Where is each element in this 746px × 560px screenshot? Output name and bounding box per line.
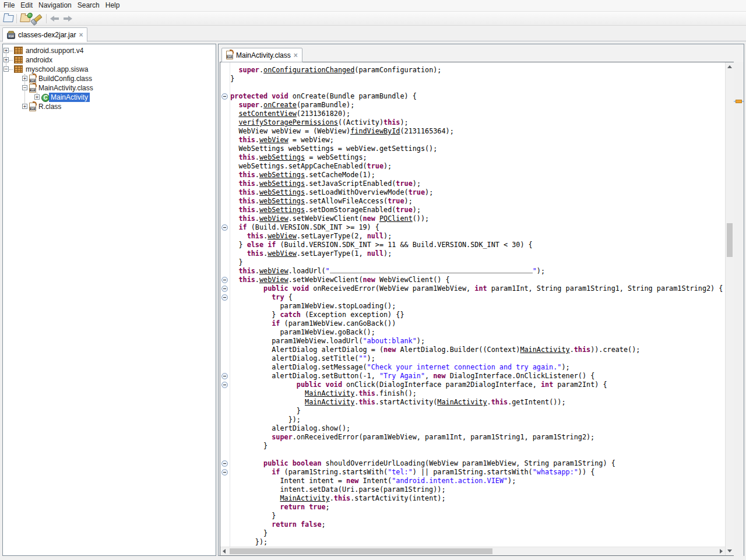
code-link[interactable]: MainActivity [280, 494, 329, 502]
menu-item-help[interactable]: Help [103, 0, 123, 11]
menu-item-edit[interactable]: Edit [17, 0, 36, 11]
code-link[interactable]: findViewById [350, 127, 400, 135]
fold-collapse-icon[interactable] [221, 373, 228, 379]
collapse-toggle-icon[interactable]: − [22, 85, 27, 90]
close-icon[interactable]: × [79, 31, 83, 38]
fold-collapse-icon[interactable] [221, 294, 228, 301]
code-link[interactable]: webSettings [259, 188, 305, 196]
tree-item-buildconfig-class[interactable]: +010BuildConfig.class [3, 74, 216, 83]
forward-button[interactable] [61, 13, 74, 24]
tree-connector [9, 69, 13, 70]
tab-mainactivity-class[interactable]: 010 MainActivity.class × [221, 48, 302, 62]
expand-toggle-icon[interactable]: + [22, 76, 27, 81]
code-link[interactable]: PQClient [379, 214, 413, 223]
scroll-right-arrow-icon[interactable] [716, 547, 725, 556]
code-link[interactable]: webSettings [259, 153, 305, 161]
fold-collapse-icon[interactable] [221, 469, 228, 476]
fold-collapse-icon[interactable] [221, 93, 228, 100]
tree-connector [9, 60, 13, 61]
scroll-left-arrow-icon[interactable] [220, 547, 229, 556]
search-button[interactable] [31, 13, 44, 24]
package-tree-panel[interactable]: +android.support.v4+androidx−myschool.ap… [2, 44, 216, 556]
open-folder-icon [3, 15, 14, 22]
tree-item-label: androidx [24, 55, 54, 65]
fold-collapse-icon[interactable] [221, 382, 228, 388]
code-line: param1WebView.goBack(); [222, 328, 375, 336]
vertical-scrollbar[interactable] [725, 62, 734, 555]
back-button[interactable] [48, 13, 61, 24]
horizontal-scroll-thumb[interactable] [230, 548, 492, 554]
code-link[interactable]: webView [268, 249, 297, 258]
code-link[interactable]: webView [259, 214, 288, 223]
code-link[interactable]: MainActivity [437, 398, 487, 406]
tab-label: MainActivity.class [236, 51, 291, 59]
code-editor[interactable]: super.onConfigurationChanged(paramConfig… [220, 62, 734, 556]
code-line: } catch (Exception exception) {} [222, 311, 404, 319]
code-link[interactable]: verifyStoragePermissions [238, 118, 337, 126]
tab-label: classes-dex2jar.jar [18, 31, 76, 39]
code-line: setContentView(2131361820); [222, 110, 350, 118]
code-line: this.webView.setWebViewClient(new PQClie… [222, 214, 429, 223]
code-line: WebView webView = (WebView)findViewById(… [222, 127, 454, 135]
code-line: return true; [222, 503, 330, 511]
expand-toggle-icon[interactable]: + [34, 94, 40, 100]
open-type-folder-icon [20, 15, 31, 22]
tree-item-label: android.support.v4 [24, 46, 85, 55]
code-link[interactable]: onCreate [263, 101, 297, 109]
code-line: this.webSettings.setCacheMode(1); [222, 171, 375, 179]
code-line: intent.setData(Uri.parse(param1String)); [222, 485, 446, 494]
tree-item-r-class[interactable]: +010R.class [3, 102, 216, 111]
code-content[interactable]: super.onConfigurationChanged(paramConfig… [222, 66, 724, 546]
tree-item-myschool-app-siswa[interactable]: −myschool.app.siswa [3, 65, 216, 74]
annotation-marker[interactable] [736, 100, 742, 103]
code-link[interactable]: webView [259, 276, 288, 284]
code-line: public void onClick(DialogInterface para… [222, 381, 607, 389]
code-link[interactable]: MainActivity [305, 389, 354, 397]
code-link[interactable]: MainActivity [305, 398, 354, 406]
scroll-up-arrow-icon[interactable] [725, 62, 734, 71]
code-link[interactable]: webView [259, 267, 288, 275]
tab-classes-dex2jar-jar[interactable]: 010 classes-dex2jar.jar × [2, 27, 87, 42]
menu-item-search[interactable]: Search [75, 0, 103, 11]
code-line: webSettings.setAppCacheEnabled(true); [222, 162, 392, 170]
code-line: alertDialog.setTitle(""); [222, 354, 375, 362]
fold-collapse-icon[interactable] [221, 224, 228, 231]
open-type-button[interactable] [19, 13, 31, 24]
close-icon[interactable]: × [294, 52, 298, 59]
scroll-down-arrow-icon[interactable] [725, 547, 734, 555]
code-link[interactable]: webView [259, 136, 288, 144]
code-link[interactable]: onConfigurationChanged [263, 66, 354, 74]
expand-toggle-icon[interactable]: + [3, 48, 9, 53]
code-link[interactable]: webSettings [259, 197, 305, 205]
tree-item-androidx[interactable]: +androidx [3, 55, 216, 65]
open-file-button[interactable] [2, 13, 15, 24]
fold-collapse-icon[interactable] [221, 286, 228, 292]
code-link[interactable]: webSettings [259, 171, 305, 179]
code-line: this.webSettings = webSettings; [222, 153, 367, 161]
vertical-scroll-thumb[interactable] [727, 223, 733, 257]
tree-item-label: MainActivity [49, 93, 90, 102]
tree-item-android-support-v4[interactable]: +android.support.v4 [3, 46, 216, 55]
code-line: super.onCreate(paramBundle); [222, 101, 354, 109]
code-link[interactable]: setContentView [238, 110, 296, 118]
menu-item-file[interactable]: File [1, 0, 17, 11]
code-line: if (param1WebView.canGoBack()) [222, 319, 396, 327]
fold-collapse-icon[interactable] [221, 277, 228, 283]
toolbar-separator [46, 14, 47, 23]
code-line: super.onConfigurationChanged(paramConfig… [222, 66, 441, 74]
tree-item-mainactivity-class[interactable]: −010MainActivity.class [3, 83, 216, 93]
fold-collapse-icon[interactable] [221, 460, 228, 467]
expand-toggle-icon[interactable]: + [22, 104, 27, 109]
code-line: }); [222, 415, 301, 424]
code-link[interactable]: MainActivity [520, 346, 569, 354]
menu-item-navigation[interactable]: Navigation [36, 0, 75, 11]
tree-item-mainactivity[interactable]: +CMainActivity [3, 93, 216, 102]
expand-toggle-icon[interactable]: + [3, 57, 9, 62]
code-line: WebSettings webSettings = webView.getSet… [222, 145, 437, 153]
code-link[interactable]: webSettings [259, 179, 305, 188]
toolbar [0, 12, 746, 26]
collapse-toggle-icon[interactable]: − [3, 66, 9, 72]
code-link[interactable]: webView [268, 232, 297, 240]
horizontal-scrollbar[interactable] [220, 547, 725, 555]
code-link[interactable]: webSettings [259, 206, 305, 214]
